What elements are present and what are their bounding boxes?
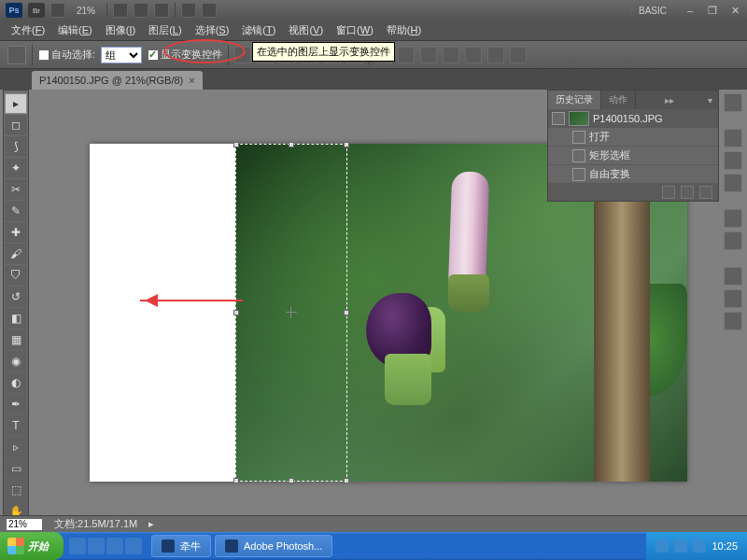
snapshot-toggle-icon[interactable] (552, 112, 565, 125)
dock-icon-1[interactable] (724, 93, 742, 112)
windows-taskbar: 开始 牵牛 Adobe Photosh... 10:25 (0, 532, 747, 560)
lasso-tool[interactable]: ⟆ (5, 136, 27, 157)
actions-tab[interactable]: 动作 (601, 91, 636, 109)
workspace-switcher[interactable]: BASIC (630, 6, 674, 16)
arrange-icon[interactable] (181, 3, 196, 18)
distribute-5-icon[interactable] (465, 47, 482, 63)
eyedropper-tool[interactable]: ✎ (5, 201, 27, 221)
taskbar-app-photoshop[interactable]: Adobe Photosh... (215, 535, 332, 557)
start-button[interactable]: 开始 (0, 532, 63, 560)
zoom-input[interactable] (6, 518, 43, 531)
gradient-tool[interactable]: ▦ (5, 329, 27, 350)
menu-select[interactable]: 选择(S) (190, 21, 235, 39)
blur-tool[interactable]: ◉ (5, 351, 27, 371)
autoselect-checkbox[interactable] (38, 49, 49, 61)
new-document-icon[interactable] (662, 186, 675, 199)
zoom-display[interactable]: 21% (71, 6, 101, 16)
3d-tool[interactable]: ⬚ (5, 480, 27, 500)
panel-collapse-icon[interactable]: ▸▸ (659, 95, 680, 105)
marquee-tool[interactable]: ◻ (5, 115, 27, 135)
heal-tool[interactable]: ✚ (5, 222, 27, 243)
menu-file[interactable]: 文件(F) (6, 21, 50, 39)
menu-help[interactable]: 帮助(H) (381, 21, 427, 39)
history-item[interactable]: 打开 (548, 128, 718, 147)
minimize-button[interactable]: – (684, 4, 697, 17)
path-tool[interactable]: ▹ (5, 437, 27, 457)
screen-icon[interactable] (202, 3, 217, 18)
channels-panel-icon[interactable] (724, 289, 742, 308)
stamp-tool[interactable]: ⛉ (5, 265, 27, 286)
distribute-3-icon[interactable] (420, 47, 437, 63)
history-step-icon (572, 131, 585, 144)
tray-icon-3[interactable] (693, 539, 706, 553)
workspace: ▸ ◻ ⟆ ✦ ✂ ✎ ✚ 🖌 ⛉ ↺ ◧ ▦ ◉ ◐ ✒ T ▹ ▭ ⬚ ✋ … (0, 90, 747, 532)
pen-tool[interactable]: ✒ (5, 394, 27, 414)
system-tray: 10:25 (646, 532, 747, 560)
current-tool-icon[interactable] (7, 46, 26, 64)
document-tab-title: P1400150.JPG @ 21%(RGB/8) (39, 75, 183, 86)
ql-icon-3[interactable] (106, 538, 123, 554)
options-bar: 自动选择: 组 显示变换控件 在选中的图层上显示变换控件 (0, 41, 747, 69)
trash-icon[interactable] (699, 186, 712, 199)
doc-info: 文档:21.5M/17.1M (54, 517, 137, 531)
masks-panel-icon[interactable] (724, 231, 742, 250)
dodge-tool[interactable]: ◐ (5, 372, 27, 393)
align-left-icon[interactable] (234, 47, 251, 63)
history-item[interactable]: 自由变换 (548, 165, 718, 184)
hand-tool-icon[interactable] (113, 3, 128, 18)
statusbar-menu-icon[interactable]: ▸ (148, 518, 154, 530)
menu-filter[interactable]: 滤镜(T) (236, 21, 281, 39)
rotate-icon[interactable] (154, 3, 169, 18)
type-tool[interactable]: T (5, 415, 27, 436)
eraser-tool[interactable]: ◧ (5, 308, 27, 329)
history-brush-tool[interactable]: ↺ (5, 287, 27, 307)
restore-button[interactable]: ❐ (706, 4, 719, 17)
history-snapshot[interactable]: P1400150.JPG (548, 109, 718, 128)
styles-panel-icon[interactable] (724, 174, 742, 192)
autoselect-label: 自动选择: (38, 48, 95, 62)
ql-icon-4[interactable] (125, 538, 142, 554)
crop-tool[interactable]: ✂ (5, 179, 27, 200)
new-snapshot-icon[interactable] (681, 186, 694, 199)
tab-close-icon[interactable]: × (189, 75, 194, 86)
zoom-tool-icon[interactable] (134, 3, 148, 18)
snapshot-label: P1400150.JPG (593, 113, 663, 124)
annotation-arrow (140, 300, 243, 301)
menu-edit[interactable]: 编辑(E) (52, 21, 98, 39)
ql-icon-1[interactable] (69, 538, 86, 554)
swatches-panel-icon[interactable] (724, 151, 742, 170)
windows-logo-icon (7, 538, 24, 554)
folder-icon (162, 539, 175, 553)
screen-mode-icon[interactable] (50, 3, 65, 18)
panel-menu-icon[interactable]: ▾ (702, 95, 718, 105)
shape-tool[interactable]: ▭ (5, 458, 27, 479)
ql-icon-2[interactable] (88, 538, 105, 554)
menu-window[interactable]: 窗口(W) (331, 21, 379, 39)
autoalign-icon[interactable] (510, 47, 527, 63)
distribute-2-icon[interactable] (398, 47, 415, 63)
ps-icon (225, 539, 238, 553)
document-tab[interactable]: P1400150.JPG @ 21%(RGB/8) × (32, 71, 203, 90)
menu-image[interactable]: 图像(I) (100, 21, 141, 39)
move-tool[interactable]: ▸ (5, 93, 27, 114)
distribute-6-icon[interactable] (487, 47, 504, 63)
brush-tool[interactable]: 🖌 (5, 244, 27, 264)
history-tab[interactable]: 历史记录 (548, 91, 601, 109)
distribute-4-icon[interactable] (443, 47, 459, 63)
history-item[interactable]: 矩形选框 (548, 147, 718, 165)
paths-panel-icon[interactable] (724, 312, 742, 330)
adjustments-panel-icon[interactable] (724, 209, 742, 228)
layers-panel-icon[interactable] (724, 267, 742, 286)
close-button[interactable]: ✕ (728, 4, 741, 17)
showtransform-checkbox[interactable] (148, 49, 159, 61)
menu-layer[interactable]: 图层(L) (143, 21, 187, 39)
autoselect-dropdown[interactable]: 组 (101, 47, 142, 63)
bridge-icon[interactable]: Br (28, 3, 45, 18)
tray-icon-2[interactable] (674, 539, 687, 553)
wand-tool[interactable]: ✦ (5, 158, 27, 178)
color-panel-icon[interactable] (724, 129, 742, 147)
menu-view[interactable]: 视图(V) (283, 21, 329, 39)
clock[interactable]: 10:25 (712, 540, 738, 552)
tray-icon-1[interactable] (655, 539, 669, 553)
taskbar-app-1[interactable]: 牵牛 (151, 535, 211, 557)
